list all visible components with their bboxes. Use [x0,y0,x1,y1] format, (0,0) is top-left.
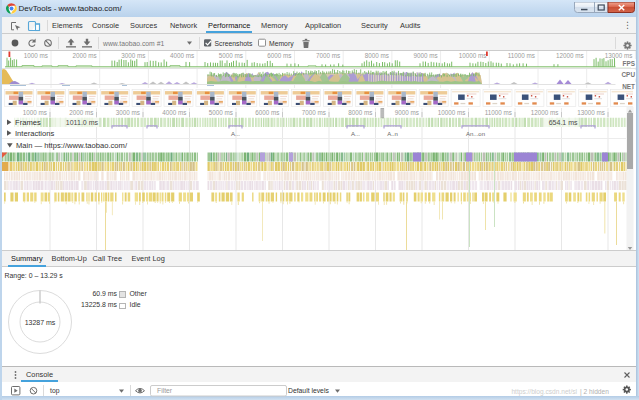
svg-text:6000 ms: 6000 ms [267,52,291,59]
svg-text:FPS: FPS [623,60,636,67]
svg-text:7000 ms: 7000 ms [302,109,326,116]
svg-text:Interactions: Interactions [15,129,54,138]
svg-text:11000 ms: 11000 ms [485,109,512,116]
svg-text:An...on: An...on [466,131,485,137]
svg-text:1000 ms: 1000 ms [23,109,47,116]
svg-text:Frames: Frames [15,118,41,127]
svg-text:www.taobao.com #1: www.taobao.com #1 [102,40,164,47]
svg-text:https://blog.csdn.net/sl: https://blog.csdn.net/sl [511,388,577,396]
svg-text:Default levels: Default levels [288,387,329,394]
svg-text:1011.0 ms: 1011.0 ms [66,119,99,126]
svg-text:Filter: Filter [157,387,173,394]
svg-text:Memory: Memory [269,40,294,48]
svg-text:3000 ms: 3000 ms [116,109,140,116]
svg-text:2000 ms: 2000 ms [69,109,93,116]
svg-text:12000 ms: 12000 ms [531,109,559,116]
svg-text:6000 ms: 6000 ms [255,109,279,116]
svg-text:5000 ms: 5000 ms [209,109,233,116]
svg-text:5000 ms: 5000 ms [219,52,243,59]
svg-text:8000 ms: 8000 ms [365,52,389,59]
svg-text:CPU: CPU [622,71,636,78]
svg-text:13287 ms: 13287 ms [25,319,56,326]
svg-text:654.1 ms: 654.1 ms [549,119,578,126]
svg-text:8000 ms: 8000 ms [348,109,372,116]
svg-text:A...: A... [231,131,240,137]
svg-text:9000 ms: 9000 ms [413,52,437,59]
svg-text:A..n: A..n [387,131,398,137]
svg-text:4000 ms: 4000 ms [162,109,186,116]
svg-text:13000 ms: 13000 ms [577,109,605,116]
svg-text:12000 ms: 12000 ms [556,52,584,59]
svg-text:| 2 hidden: | 2 hidden [580,388,609,396]
svg-text:9000 ms: 9000 ms [395,109,419,116]
svg-text:1000 ms: 1000 ms [24,52,48,59]
svg-text:7000 ms: 7000 ms [316,52,340,59]
svg-text:Screenshots: Screenshots [215,40,253,47]
svg-text:3000 ms: 3000 ms [121,52,145,59]
svg-text:Main — https://www.taobao.com/: Main — https://www.taobao.com/ [16,141,128,150]
svg-text:11000 ms: 11000 ms [508,52,535,59]
svg-text:13000 ms: 13000 ms [605,52,633,59]
svg-text:10000 ms: 10000 ms [459,52,487,59]
svg-text:10000 ms: 10000 ms [438,109,466,116]
svg-text:4000 ms: 4000 ms [170,52,194,59]
svg-text:top: top [50,387,60,395]
svg-text:2000 ms: 2000 ms [73,52,97,59]
svg-text:A...: A... [351,131,360,137]
